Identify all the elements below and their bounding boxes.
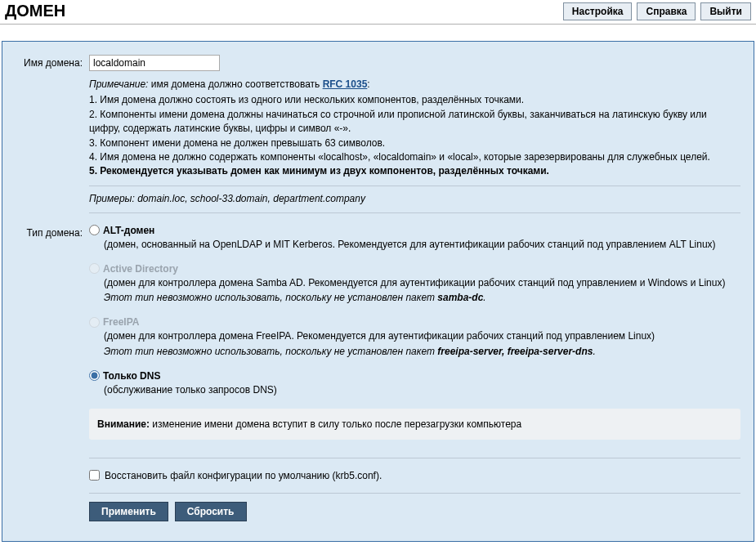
radio-dns[interactable] — [89, 370, 100, 381]
radio-alt-label[interactable]: ALT-домен — [103, 225, 154, 236]
radio-ad-warn: Этот тип невозможно использовать, поскол… — [104, 291, 740, 305]
attention-label: Внимание: — [97, 418, 150, 430]
radio-ad — [89, 263, 100, 274]
page-title: ДОМЕН — [5, 2, 65, 20]
domain-name-row: Имя домена: Примечание: имя домена должн… — [16, 55, 740, 213]
domain-name-input[interactable] — [89, 55, 220, 71]
radio-dns-desc: (обслуживание только запросов DNS) — [104, 383, 740, 397]
domain-type-row: Тип домена: ALT-домен (домен, основанный… — [16, 225, 740, 521]
domain-type-label: Тип домена: — [16, 225, 89, 239]
help-button[interactable]: Справка — [637, 2, 696, 20]
rule-1: 1. Имя домена должно состоять из одного … — [89, 93, 740, 107]
restore-row: Восстановить файл конфигурации по умолча… — [89, 470, 740, 481]
attention-text: изменение имени домена вступит в силу то… — [150, 418, 521, 430]
restore-label[interactable]: Восстановить файл конфигурации по умолча… — [105, 470, 382, 481]
action-buttons: Применить Сбросить — [89, 493, 740, 521]
examples-prefix: Примеры: — [89, 193, 137, 204]
apply-button[interactable]: Применить — [89, 502, 168, 521]
rule-3: 3. Компонент имени домена не должен прев… — [89, 136, 740, 150]
reset-button[interactable]: Сбросить — [175, 502, 247, 521]
radio-ipa-warn: Этот тип невозможно использовать, поскол… — [104, 345, 740, 359]
restore-checkbox[interactable] — [89, 470, 100, 481]
radio-ipa — [89, 317, 100, 328]
radio-dns-label[interactable]: Только DNS — [103, 370, 160, 382]
domain-panel: Имя домена: Примечание: имя домена должн… — [2, 41, 754, 542]
radio-alt[interactable] — [89, 225, 100, 235]
page-header: ДОМЕН Настройка Справка Выйти — [0, 0, 756, 25]
rule-5: 5. Рекомендуется указывать домен как мин… — [89, 164, 740, 178]
rules-list: 1. Имя домена должно состоять из одного … — [89, 93, 740, 178]
domain-name-label: Имя домена: — [16, 55, 89, 69]
radio-dns-block: Только DNS (обслуживание только запросов… — [89, 370, 740, 397]
radio-ad-label: Active Directory — [103, 263, 178, 275]
settings-button[interactable]: Настройка — [563, 2, 633, 20]
rfc-link[interactable]: RFC 1035 — [323, 78, 368, 90]
rule-4: 4. Имя домена не должно содержать компон… — [89, 150, 740, 164]
divider — [89, 458, 740, 458]
note-suffix: : — [367, 78, 369, 90]
radio-ipa-block: FreeIPA (домен для контроллера домена Fr… — [89, 316, 740, 359]
radio-ipa-desc: (домен для контроллера домена FreeIPA. Р… — [104, 329, 740, 343]
domain-note: Примечание: имя домена должно соответств… — [89, 78, 740, 92]
logout-button[interactable]: Выйти — [700, 2, 751, 20]
radio-ad-desc: (домен для контроллера домена Samba AD. … — [104, 276, 740, 290]
examples-text: domain.loc, school-33.domain, department… — [137, 193, 365, 204]
note-prefix: Примечание: — [89, 78, 148, 90]
rule-2: 2. Компоненты имени домена должны начина… — [89, 108, 740, 136]
radio-alt-block: ALT-домен (домен, основанный на OpenLDAP… — [89, 225, 740, 252]
radio-ad-block: Active Directory (домен для контроллера … — [89, 263, 740, 306]
note-text: имя домена должно соответствовать — [148, 78, 322, 90]
examples: Примеры: domain.loc, school-33.domain, d… — [89, 186, 740, 213]
radio-alt-desc: (домен, основанный на OpenLDAP и MIT Ker… — [104, 238, 740, 252]
radio-ipa-label: FreeIPA — [103, 316, 139, 328]
attention-box: Внимание: изменение имени домена вступит… — [89, 409, 740, 440]
header-buttons: Настройка Справка Выйти — [563, 2, 751, 20]
